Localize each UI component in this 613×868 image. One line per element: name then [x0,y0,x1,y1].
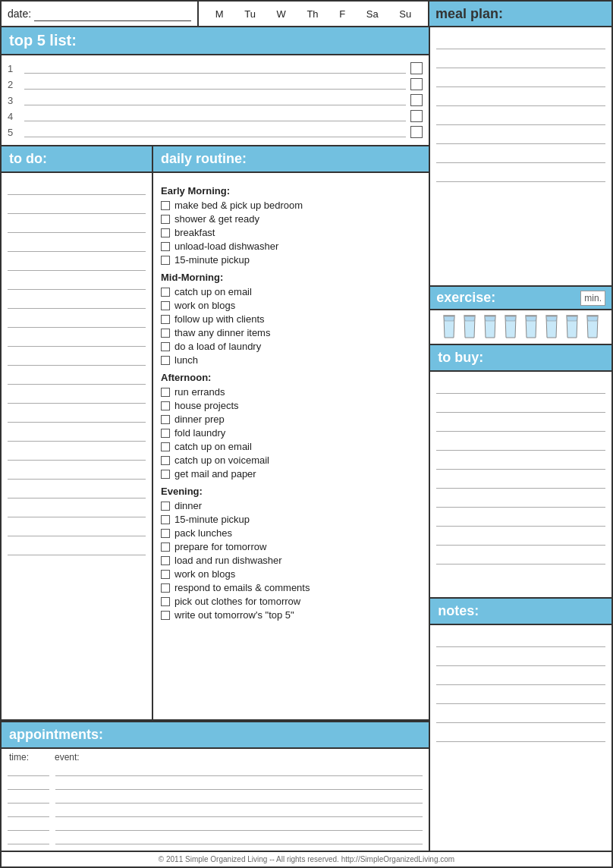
meal-line[interactable] [436,90,605,106]
water-cup-icon[interactable] [481,315,499,339]
meal-line[interactable] [436,127,605,144]
notes-line[interactable] [436,649,605,666]
top5-checkbox[interactable] [410,62,423,74]
todo-line[interactable] [8,254,146,271]
top5-checkbox[interactable] [410,78,423,90]
tobuy-line[interactable] [436,529,605,546]
routine-checkbox[interactable] [161,583,170,593]
todo-line[interactable] [8,330,146,347]
appt-event-line[interactable] [55,793,423,804]
routine-checkbox[interactable] [161,597,170,606]
top5-line[interactable] [24,95,406,105]
appt-time-line[interactable] [8,834,49,844]
routine-checkbox[interactable] [161,470,170,479]
notes-line[interactable] [436,725,605,742]
meal-line[interactable] [436,52,605,68]
todo-line[interactable] [8,463,146,480]
top5-line[interactable] [24,63,406,74]
tobuy-line[interactable] [436,548,605,565]
water-cup-icon[interactable] [583,315,602,339]
routine-checkbox[interactable] [161,315,170,324]
todo-line[interactable] [8,216,146,233]
top5-checkbox[interactable] [410,126,423,138]
notes-line[interactable] [436,668,605,685]
todo-line[interactable] [8,273,146,290]
todo-line[interactable] [8,406,146,423]
routine-checkbox[interactable] [161,415,170,424]
routine-checkbox[interactable] [161,542,170,552]
water-cup-icon[interactable] [563,315,581,339]
todo-line[interactable] [8,539,146,555]
routine-checkbox[interactable] [161,570,170,579]
appt-event-line[interactable] [55,820,423,831]
routine-checkbox[interactable] [161,342,170,351]
routine-checkbox[interactable] [161,242,170,251]
top5-checkbox[interactable] [410,94,423,106]
routine-checkbox[interactable] [161,429,170,438]
top5-line[interactable] [24,79,406,90]
tobuy-line[interactable] [436,415,605,432]
routine-checkbox[interactable] [161,356,170,365]
todo-line[interactable] [8,520,146,536]
appt-event-line[interactable] [55,766,423,776]
routine-checkbox[interactable] [161,456,170,465]
date-input-line[interactable] [34,6,191,21]
todo-line[interactable] [8,482,146,498]
routine-checkbox[interactable] [161,228,170,237]
todo-line[interactable] [8,387,146,404]
appt-event-line[interactable] [55,807,423,817]
routine-checkbox[interactable] [161,502,170,511]
tobuy-line[interactable] [436,434,605,451]
routine-checkbox[interactable] [161,529,170,538]
water-cup-icon[interactable] [461,315,479,339]
tobuy-line[interactable] [436,510,605,527]
todo-line[interactable] [8,235,146,252]
todo-line[interactable] [8,292,146,309]
notes-line[interactable] [436,687,605,704]
appt-time-line[interactable] [8,807,49,817]
routine-checkbox[interactable] [161,256,170,265]
appt-time-line[interactable] [8,779,49,790]
notes-line[interactable] [436,631,605,647]
water-cup-icon[interactable] [440,315,458,339]
routine-checkbox[interactable] [161,401,170,410]
routine-checkbox[interactable] [161,442,170,451]
tobuy-line[interactable] [436,396,605,413]
routine-checkbox[interactable] [161,288,170,297]
tobuy-line[interactable] [436,472,605,489]
water-cup-icon[interactable] [501,315,520,339]
tobuy-line[interactable] [436,453,605,470]
routine-checkbox[interactable] [161,515,170,524]
water-cup-icon[interactable] [542,315,561,339]
meal-line[interactable] [436,108,605,125]
routine-checkbox[interactable] [161,556,170,565]
top5-line[interactable] [24,127,406,137]
todo-line[interactable] [8,197,146,214]
appt-event-line[interactable] [55,834,423,844]
meal-line[interactable] [436,71,605,87]
routine-checkbox[interactable] [161,388,170,397]
appt-time-line[interactable] [8,766,49,776]
top5-line[interactable] [24,111,406,121]
todo-line[interactable] [8,444,146,461]
routine-checkbox[interactable] [161,215,170,224]
todo-line[interactable] [8,425,146,442]
appt-time-line[interactable] [8,820,49,831]
notes-line[interactable] [436,706,605,723]
water-cup-icon[interactable] [522,315,540,339]
routine-checkbox[interactable] [161,201,170,210]
todo-line[interactable] [8,311,146,328]
appt-time-line[interactable] [8,793,49,804]
top5-checkbox[interactable] [410,110,423,122]
tobuy-line[interactable] [436,491,605,508]
todo-line[interactable] [8,501,146,517]
meal-line[interactable] [436,165,605,182]
appt-event-line[interactable] [55,779,423,790]
todo-line[interactable] [8,349,146,366]
todo-line[interactable] [8,178,146,195]
routine-checkbox[interactable] [161,329,170,338]
tobuy-line[interactable] [436,377,605,394]
todo-line[interactable] [8,368,146,385]
routine-checkbox[interactable] [161,611,170,620]
meal-line[interactable] [436,146,605,163]
